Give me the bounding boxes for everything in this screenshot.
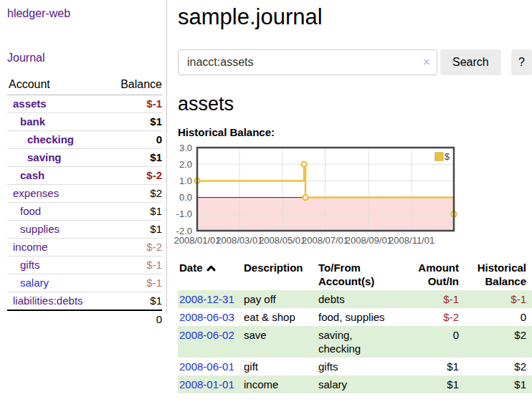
transaction-amount: 0: [410, 326, 465, 358]
transaction-date-link[interactable]: 2008-01-01: [179, 378, 234, 390]
account-link-gifts[interactable]: gifts: [20, 259, 40, 271]
accounts-total-row: 0: [7, 310, 162, 328]
balance-chart-svg: 3.02.01.00.0-1.0-2.02008/01/012008/03/01…: [178, 142, 532, 251]
transaction-amount: $-2: [410, 308, 465, 326]
transaction-balance: $-1: [465, 290, 532, 308]
account-link-checking[interactable]: checking: [27, 133, 74, 145]
account-link-supplies[interactable]: supplies: [20, 223, 60, 235]
svg-text:2008/09/01: 2008/09/01: [346, 235, 392, 246]
transaction-description: save: [242, 326, 317, 358]
search-button[interactable]: Search: [440, 49, 501, 75]
register-header-row: Date Description To/From Account(s) Amou…: [178, 259, 532, 290]
register-header-description: Description: [242, 259, 317, 290]
account-balance: $1: [106, 149, 162, 167]
transaction-description: eat & shop: [242, 308, 317, 326]
account-balance: $1: [106, 221, 162, 239]
transaction-accounts: debts: [317, 290, 410, 308]
transaction-balance: $2: [465, 326, 532, 358]
account-row-assets: assets $-1: [7, 95, 162, 113]
register-row: 2008-06-01 gift gifts $1 $2: [178, 358, 532, 375]
transaction-date-link[interactable]: 2008-06-02: [179, 329, 234, 341]
sidebar: hledger-web Journal Account Balance asse…: [0, 0, 167, 314]
sort-ascending-icon: [206, 262, 216, 274]
account-row-salary: salary $-1: [7, 274, 162, 292]
transaction-amount: $-1: [410, 290, 465, 308]
account-link-food[interactable]: food: [20, 205, 41, 217]
transaction-description: gift: [242, 358, 317, 375]
account-balance: $-1: [106, 95, 162, 113]
help-button[interactable]: ?: [511, 49, 532, 75]
accounts-header-row: Account Balance: [7, 76, 162, 95]
account-balance: $1: [106, 203, 162, 221]
account-row-gifts: gifts $-1: [7, 257, 162, 274]
account-balance: $-2: [106, 239, 162, 257]
accounts-total-value: 0: [106, 310, 162, 328]
account-row-cash: cash $-2: [7, 167, 162, 185]
svg-text:0.0: 0.0: [179, 192, 192, 203]
register-row: 2008-01-01 income salary $1 $1: [178, 375, 532, 393]
account-page-title: assets: [178, 93, 532, 115]
clear-search-icon[interactable]: ×: [423, 55, 430, 70]
page-title: sample.journal: [178, 4, 532, 30]
transaction-balance: $2: [465, 358, 532, 375]
register-header-balance-line2: Balance: [485, 275, 526, 287]
account-link-bank[interactable]: bank: [20, 115, 45, 128]
svg-text:2008/05/01: 2008/05/01: [259, 235, 305, 246]
register-table: Date Description To/From Account(s) Amou…: [178, 259, 532, 393]
transaction-accounts: food, supplies: [317, 308, 410, 326]
chart-label: Historical Balance:: [178, 126, 532, 138]
svg-text:3.0: 3.0: [179, 143, 192, 153]
register-row: 2008-12-31 pay off debts $-1 $-1: [178, 290, 532, 308]
transaction-accounts: gifts: [317, 358, 410, 375]
transaction-date-link[interactable]: 2008-06-01: [179, 360, 234, 373]
register-header-date-label: Date: [179, 262, 203, 274]
sidebar-item-journal[interactable]: Journal: [7, 52, 44, 64]
register-header-balance: Historical Balance: [465, 259, 532, 290]
svg-text:2008/01/01: 2008/01/01: [174, 235, 220, 246]
transaction-date-link[interactable]: 2008-06-03: [179, 311, 234, 323]
account-row-supplies: supplies $1: [7, 221, 162, 239]
account-link-income[interactable]: income: [13, 241, 47, 253]
account-balance: $2: [106, 185, 162, 203]
svg-text:-1.0: -1.0: [176, 208, 192, 219]
account-balance: $1: [106, 292, 162, 311]
account-row-bank: bank $1: [7, 113, 162, 131]
transaction-description: pay off: [242, 290, 317, 308]
account-link-expenses[interactable]: expenses: [13, 187, 59, 199]
account-link-liabilities-debts[interactable]: liabilities:debts: [13, 294, 83, 307]
account-link-salary[interactable]: salary: [20, 277, 49, 289]
main-content: sample.journal × Search ? assets Histori…: [168, 0, 532, 393]
svg-text:$: $: [445, 151, 450, 162]
account-balance: 0: [106, 131, 162, 149]
account-link-cash[interactable]: cash: [20, 169, 44, 181]
svg-text:2008/11/01: 2008/11/01: [389, 235, 434, 246]
register-header-accounts-line1: To/From: [318, 262, 361, 274]
search-input[interactable]: [178, 49, 437, 75]
account-balance: $-1: [106, 274, 162, 292]
transaction-description: income: [242, 375, 317, 393]
register-header-amount: Amount Out/In: [410, 259, 465, 290]
register-header-balance-line1: Historical: [478, 262, 526, 274]
accounts-header-balance: Balance: [106, 76, 162, 95]
register-header-amount-line1: Amount: [418, 262, 459, 274]
account-link-assets[interactable]: assets: [13, 97, 47, 110]
account-row-food: food $1: [7, 203, 162, 221]
account-row-expenses: expenses $2: [7, 185, 162, 203]
accounts-table: Account Balance assets $-1 bank $1 check…: [7, 76, 162, 328]
register-header-amount-line2: Out/In: [428, 275, 459, 287]
register-row: 2008-06-03 eat & shop food, supplies $-2…: [178, 308, 532, 326]
account-balance: $-1: [106, 257, 162, 274]
accounts-header-account: Account: [7, 76, 106, 95]
transaction-date-link[interactable]: 2008-12-31: [179, 293, 234, 305]
transaction-amount: $1: [410, 358, 465, 375]
register-header-date[interactable]: Date: [178, 259, 242, 290]
svg-text:2008/07/01: 2008/07/01: [302, 235, 348, 246]
register-header-accounts: To/From Account(s): [317, 259, 410, 290]
search-form: × Search ?: [178, 49, 532, 75]
balance-chart: 3.02.01.00.0-1.0-2.02008/01/012008/03/01…: [178, 142, 532, 251]
app-title-link[interactable]: hledger-web: [7, 7, 70, 20]
account-row-liabilities-debts: liabilities:debts $1: [7, 292, 162, 311]
account-balance: $-2: [106, 167, 162, 185]
svg-text:1.0: 1.0: [179, 176, 192, 186]
account-link-saving[interactable]: saving: [27, 151, 62, 163]
